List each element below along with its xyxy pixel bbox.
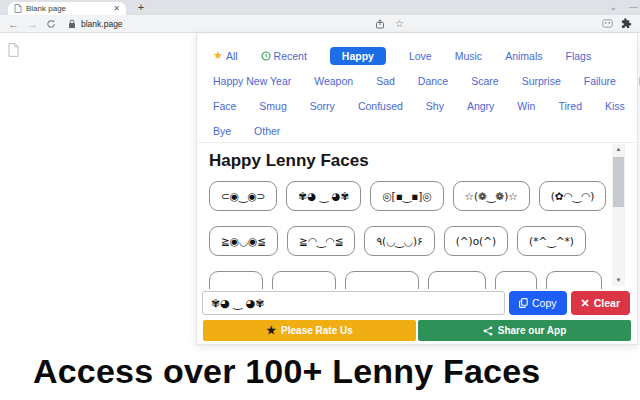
category-tab-sad[interactable]: Sad — [376, 75, 395, 87]
faces-scrollbar[interactable]: ▲ ▼ — [612, 144, 625, 286]
rate-star-icon: ★ — [266, 324, 276, 337]
categories: ★AllRecentHappyLoveMusicAnimalsFlagsHapp… — [197, 33, 637, 143]
category-tab-shy[interactable]: Shy — [426, 100, 444, 112]
address-bar[interactable]: blank.page — [64, 19, 367, 29]
category-tab-flags[interactable]: Flags — [565, 50, 591, 62]
category-label: Dance — [418, 75, 448, 87]
category-label: Happy — [342, 50, 374, 62]
category-tab-scare[interactable]: Scare — [471, 75, 498, 87]
face-button-partial[interactable] — [428, 271, 486, 289]
minimize-window-icon[interactable]: ⌄ — [609, 2, 617, 12]
scroll-down-icon[interactable]: ▼ — [612, 275, 625, 286]
lenny-extension-icon[interactable] — [602, 18, 613, 29]
face-button-partial[interactable] — [209, 271, 263, 289]
category-tab-sorry[interactable]: Sorry — [310, 100, 335, 112]
face-button[interactable]: (✿◠‿◠) — [539, 181, 607, 211]
category-label: Angry — [467, 100, 494, 112]
category-label: Win — [517, 100, 535, 112]
face-button-partial[interactable] — [345, 271, 419, 289]
face-button[interactable]: ⊂◉‿◉⊃ — [209, 181, 277, 211]
category-label: Other — [254, 125, 280, 137]
blank-page-document-icon — [8, 43, 19, 57]
category-label: Recent — [274, 50, 307, 62]
face-button-partial[interactable] — [272, 271, 336, 289]
window-controls: ⌄ — — [609, 0, 638, 14]
clear-button[interactable]: ✕ Clear — [571, 291, 630, 315]
face-button[interactable]: ≧◉◡◉≦ — [209, 226, 278, 256]
category-row: ★AllRecentHappyLoveMusicAnimalsFlags — [213, 43, 627, 68]
category-tab-tired[interactable]: Tired — [558, 100, 582, 112]
category-label: All — [226, 50, 238, 62]
category-label: Kiss — [605, 100, 625, 112]
category-label: Love — [409, 50, 432, 62]
maximize-window-icon[interactable]: — — [629, 2, 638, 12]
copy-icon — [519, 298, 528, 308]
copy-button[interactable]: Copy — [509, 291, 567, 315]
clear-x-icon: ✕ — [581, 297, 590, 310]
share-app-button[interactable]: Share our App — [418, 320, 631, 341]
section-title: Happy Lenny Faces — [209, 151, 625, 171]
category-tab-love[interactable]: Love — [409, 50, 432, 62]
rate-us-button[interactable]: ★ Please Rate Us — [203, 320, 416, 341]
faces-grid: ⊂◉‿◉⊃✾◕ ‿ ◕✾◎[▪‿▪]◎☆(❁‿❁)☆(✿◠‿◠)≧◉◡◉≦≧◠‿… — [209, 181, 609, 289]
category-tab-surprise[interactable]: Surprise — [522, 75, 561, 87]
extensions-puzzle-icon[interactable] — [621, 18, 632, 29]
scrollbar-thumb[interactable] — [613, 157, 624, 207]
category-label: Sad — [376, 75, 395, 87]
category-tab-angry[interactable]: Angry — [467, 100, 494, 112]
category-label: Failure — [584, 75, 616, 87]
share-nodes-icon — [483, 326, 493, 336]
category-tab-happy-new-year[interactable]: Happy New Year — [213, 75, 291, 87]
share-icon[interactable] — [375, 19, 385, 29]
category-tab-confused[interactable]: Confused — [358, 100, 403, 112]
face-button[interactable]: (^)o(^) — [444, 226, 508, 256]
face-button[interactable]: (*^‿^*) — [517, 226, 586, 256]
category-tab-weapon[interactable]: Weapon — [314, 75, 353, 87]
face-button[interactable]: ✾◕ ‿ ◕✾ — [286, 181, 361, 211]
category-label: Music — [455, 50, 482, 62]
browser-toolbar: ← → blank.page ☆ — [0, 15, 640, 33]
category-tab-smug[interactable]: Smug — [259, 100, 286, 112]
extension-icons — [602, 18, 632, 29]
category-tab-failure[interactable]: Failure — [584, 75, 616, 87]
lenny-faces-popup: ★AllRecentHappyLoveMusicAnimalsFlagsHapp… — [196, 33, 638, 345]
category-label: Scare — [471, 75, 498, 87]
browser-tab[interactable]: Blank page ✕ — [8, 2, 126, 15]
category-label: Flags — [565, 50, 591, 62]
category-label: Animals — [505, 50, 542, 62]
category-tab-win[interactable]: Win — [517, 100, 535, 112]
category-tab-recent[interactable]: Recent — [261, 50, 307, 62]
category-tab-face[interactable]: Face — [213, 100, 236, 112]
clear-button-label: Clear — [594, 297, 620, 309]
category-tab-all[interactable]: ★All — [213, 49, 238, 62]
category-tab-dance[interactable]: Dance — [418, 75, 448, 87]
category-tab-music[interactable]: Music — [455, 50, 482, 62]
face-button[interactable]: ≧◠‿◠≦ — [287, 226, 355, 256]
selected-face-input[interactable] — [202, 291, 505, 315]
bookmark-star-icon[interactable]: ☆ — [395, 18, 404, 29]
category-label: Sorry — [310, 100, 335, 112]
category-tab-animals[interactable]: Animals — [505, 50, 542, 62]
tab-title: Blank page — [26, 4, 109, 13]
scroll-up-icon[interactable]: ▲ — [612, 144, 625, 155]
face-button-partial[interactable] — [546, 271, 602, 289]
reload-icon[interactable] — [46, 19, 56, 29]
category-tab-kiss[interactable]: Kiss — [605, 100, 625, 112]
faces-section: Happy Lenny Faces ⊂◉‿◉⊃✾◕ ‿ ◕✾◎[▪‿▪]◎☆(❁… — [197, 143, 637, 289]
lock-icon — [68, 19, 76, 29]
url-text: blank.page — [81, 19, 123, 29]
popup-footer: ★ Please Rate Us Share our App — [197, 317, 637, 341]
face-button[interactable]: ☆(❁‿❁)☆ — [453, 181, 530, 211]
category-tab-other[interactable]: Other — [254, 125, 280, 137]
new-tab-button[interactable]: + — [134, 1, 148, 14]
forward-icon[interactable]: → — [27, 16, 38, 32]
back-icon[interactable]: ← — [8, 16, 19, 32]
face-button-partial[interactable] — [495, 271, 537, 289]
face-button[interactable]: ٩(◡‿◡)۶ — [364, 226, 434, 256]
category-tab-happy[interactable]: Happy — [330, 47, 386, 65]
category-tab-bye[interactable]: Bye — [213, 125, 231, 137]
category-row: FaceSmugSorryConfusedShyAngryWinTiredKis… — [213, 93, 627, 118]
close-tab-icon[interactable]: ✕ — [113, 4, 120, 13]
category-label: Confused — [358, 100, 403, 112]
face-button[interactable]: ◎[▪‿▪]◎ — [370, 181, 443, 211]
